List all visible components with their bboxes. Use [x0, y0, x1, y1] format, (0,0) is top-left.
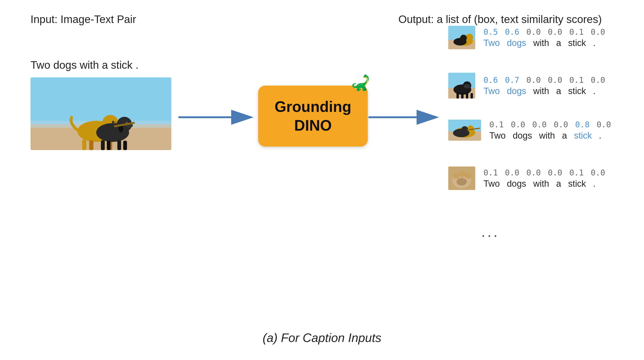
word-3-4: stick: [574, 131, 592, 141]
score-1-5: 0.0: [591, 27, 605, 36]
word-2-5: .: [593, 86, 596, 96]
score-4-5: 0.0: [591, 168, 605, 177]
score-1-3: 0.0: [548, 27, 562, 36]
score-3-0: 0.1: [489, 120, 504, 129]
svg-point-50: [453, 173, 460, 179]
output-text-2: 0.6 0.7 0.0 0.0 0.1 0.0 Two dogs with a …: [484, 75, 605, 96]
output-thumb-3: [448, 120, 481, 141]
score-4-0: 0.1: [484, 168, 498, 177]
score-2-4: 0.1: [569, 75, 584, 85]
input-dog-image: [30, 77, 171, 150]
score-2-3: 0.0: [548, 75, 562, 85]
score-2-0: 0.6: [484, 75, 498, 85]
score-3-4: 0.8: [575, 120, 590, 129]
word-1-3: a: [556, 38, 561, 48]
word-3-3: a: [562, 131, 567, 141]
arrow-dino-to-output: [366, 108, 441, 128]
score-2-1: 0.7: [505, 75, 519, 85]
svg-point-7: [112, 121, 114, 123]
score-2-2: 0.0: [526, 75, 541, 85]
svg-rect-0: [30, 77, 171, 124]
dino-icon: 🦕: [351, 74, 370, 92]
word-row-3: Two dogs with a stick .: [489, 131, 611, 141]
svg-point-36: [464, 84, 470, 88]
svg-rect-20: [123, 141, 127, 150]
score-row-4: 0.1 0.0 0.0 0.0 0.1 0.0: [484, 168, 605, 177]
svg-point-31: [460, 35, 467, 41]
svg-point-46: [462, 126, 468, 133]
grounding-dino-box: 🦕 Grounding DINO: [258, 86, 368, 147]
header-right-label: Output: a list of (box, text similarity …: [398, 13, 602, 25]
arrow-input-to-dino: [176, 108, 256, 128]
word-4-4: stick: [568, 179, 586, 189]
word-1-1: dogs: [507, 38, 526, 48]
score-1-4: 0.1: [569, 27, 584, 36]
arrow2-svg: [366, 108, 441, 127]
grounding-dino-label: Grounding DINO: [274, 97, 351, 135]
arrow1-svg: [176, 108, 256, 127]
svg-rect-9: [89, 140, 94, 150]
score-3-1: 0.0: [511, 120, 525, 129]
word-4-1: dogs: [507, 179, 526, 189]
svg-rect-8: [82, 140, 86, 150]
word-4-0: Two: [484, 179, 500, 189]
word-row-1: Two dogs with a stick .: [484, 38, 605, 48]
svg-rect-17: [101, 140, 105, 150]
output-text-4: 0.1 0.0 0.0 0.0 0.1 0.0 Two dogs with a …: [484, 168, 605, 189]
score-row-3: 0.1 0.0 0.0 0.0 0.8 0.0: [489, 120, 611, 129]
header-left-label: Input: Image-Text Pair: [30, 13, 136, 25]
word-4-3: a: [556, 179, 561, 189]
word-2-2: with: [533, 86, 549, 96]
svg-rect-40: [470, 93, 473, 98]
svg-rect-18: [107, 141, 110, 150]
footer-caption: (a) For Caption Inputs: [262, 331, 382, 345]
dog-image-svg: [30, 77, 171, 150]
word-1-4: stick: [568, 38, 586, 48]
score-1-0: 0.5: [484, 27, 498, 36]
score-4-1: 0.0: [505, 168, 519, 177]
output-text-3: 0.1 0.0 0.0 0.0 0.8 0.0 Two dogs with a …: [489, 120, 611, 141]
output-text-1: 0.5 0.6 0.0 0.0 0.1 0.0 Two dogs with a …: [484, 27, 605, 48]
word-3-1: dogs: [513, 131, 532, 141]
word-1-2: with: [533, 38, 549, 48]
score-3-3: 0.0: [554, 120, 568, 129]
output-thumb-2: [448, 73, 475, 98]
svg-rect-37: [456, 93, 459, 98]
output-row-2: 0.6 0.7 0.0 0.0 0.1 0.0 Two dogs with a …: [448, 73, 605, 98]
word-3-5: .: [599, 131, 602, 141]
score-2-5: 0.0: [591, 75, 605, 85]
word-row-2: Two dogs with a stick .: [484, 86, 605, 96]
svg-point-52: [465, 173, 472, 179]
word-2-0: Two: [484, 86, 500, 96]
svg-point-51: [459, 171, 466, 177]
output-row-3: 0.1 0.0 0.0 0.0 0.8 0.0 Two dogs with a …: [448, 120, 611, 141]
score-row-1: 0.5 0.6 0.0 0.0 0.1 0.0: [484, 27, 605, 36]
output-row-4: 0.1 0.0 0.0 0.0 0.1 0.0 Two dogs with a …: [448, 167, 605, 190]
score-4-4: 0.1: [569, 168, 584, 177]
input-text: Two dogs with a stick .: [30, 59, 138, 71]
svg-rect-38: [461, 93, 464, 98]
word-4-2: with: [533, 179, 549, 189]
svg-rect-19: [117, 140, 121, 150]
output-thumb-1: [448, 26, 475, 49]
word-1-5: .: [593, 38, 596, 48]
score-1-1: 0.6: [505, 27, 519, 36]
page-container: Input: Image-Text Pair Output: a list of…: [0, 0, 644, 360]
score-4-3: 0.0: [548, 168, 562, 177]
word-row-4: Two dogs with a stick .: [484, 179, 605, 189]
word-1-0: Two: [484, 38, 500, 48]
svg-rect-39: [466, 93, 468, 98]
output-row-1: 0.5 0.6 0.0 0.0 0.1 0.0 Two dogs with a …: [448, 26, 605, 49]
score-1-2: 0.0: [526, 27, 541, 36]
ellipsis: ...: [481, 223, 500, 240]
word-2-4: stick: [568, 86, 586, 96]
word-4-5: .: [593, 179, 596, 189]
score-row-2: 0.6 0.7 0.0 0.0 0.1 0.0: [484, 75, 605, 85]
output-thumb-4: [448, 167, 475, 190]
score-4-2: 0.0: [526, 168, 541, 177]
svg-point-53: [456, 178, 467, 186]
score-3-2: 0.0: [532, 120, 546, 129]
score-3-5: 0.0: [596, 120, 611, 129]
word-2-3: a: [556, 86, 561, 96]
word-3-2: with: [539, 131, 555, 141]
